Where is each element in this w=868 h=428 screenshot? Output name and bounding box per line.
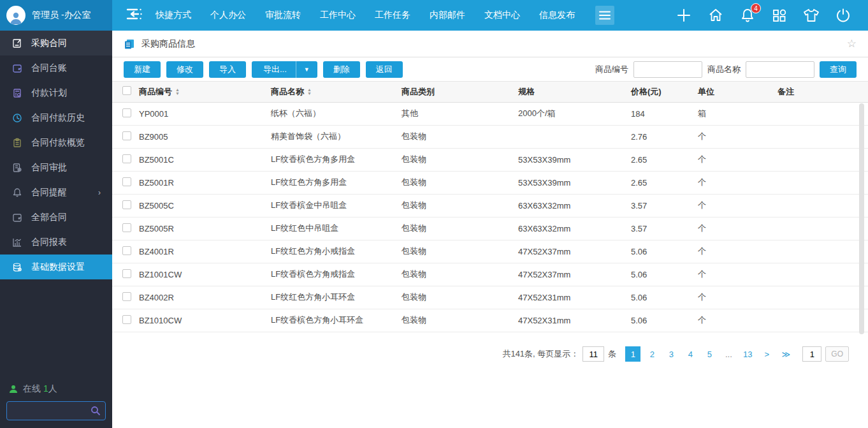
page-button-4[interactable]: 4	[683, 346, 698, 362]
delete-button[interactable]: 删除	[323, 61, 360, 78]
table-row[interactable]: BZ1010CW LF纹香槟色方角小耳环盒 包装物 47X52X31mm 5.0…	[112, 309, 868, 332]
notifications-bell-icon[interactable]: 4	[739, 7, 756, 24]
cell-spec: 47X52X37mm	[516, 240, 628, 263]
cell-spec: 47X52X37mm	[516, 263, 628, 286]
new-button[interactable]: 新建	[124, 61, 161, 78]
page-header: 采购商品信息 ☆	[112, 31, 868, 57]
sidebar-item-purchase-contract[interactable]: 采购合同	[0, 31, 112, 55]
user-area[interactable]: 管理员 -办公室	[0, 0, 112, 31]
cell-remark	[775, 148, 868, 171]
sort-icon[interactable]: ▲▼	[175, 88, 180, 96]
nav-item-approval-flow[interactable]: 审批流转	[265, 10, 301, 21]
cell-price: 3.57	[628, 194, 695, 217]
cell-spec: 47X52X31mm	[516, 309, 628, 332]
nav-item-work-tasks[interactable]: 工作任务	[375, 10, 410, 21]
sidebar-item-label: 采购合同	[31, 38, 67, 49]
cell-code: BZ4002R	[136, 286, 268, 309]
row-checkbox[interactable]	[122, 269, 131, 278]
cell-remark	[775, 194, 868, 217]
goto-page-input[interactable]	[802, 346, 821, 362]
nav-item-document-center[interactable]: 文档中心	[484, 10, 520, 21]
table-row[interactable]: BZ5005R LF纹红色中吊咀盒 包装物 63X63X32mm 3.57 个	[112, 217, 868, 240]
export-dropdown-button[interactable]: 导出... ▼	[252, 61, 317, 78]
cell-name: LF纹香槟金中吊咀盒	[268, 194, 399, 217]
sidebar-item-contract-reports[interactable]: 合同报表	[0, 230, 112, 255]
table-row[interactable]: YP0001 纸杯（六福） 其他 2000个/箱 184 箱	[112, 102, 868, 125]
product-code-input[interactable]	[633, 61, 702, 78]
table-row[interactable]: BZ4002R LF纹红色方角小耳环盒 包装物 47X52X31mm 5.06 …	[112, 286, 868, 309]
select-all-checkbox[interactable]	[122, 86, 131, 95]
cell-category: 包装物	[399, 125, 516, 148]
table-row[interactable]: BZ4001R LF纹红色方角小戒指盒 包装物 47X52X37mm 5.06 …	[112, 240, 868, 263]
row-checkbox[interactable]	[122, 154, 131, 163]
col-header-code[interactable]: 商品编号▲▼	[136, 82, 268, 102]
table-row[interactable]: BZ5005C LF纹香槟金中吊咀盒 包装物 63X63X32mm 3.57 个	[112, 194, 868, 217]
back-button[interactable]: 返回	[366, 61, 403, 78]
sidebar-item-contract-reminder[interactable]: 合同提醒 ›	[0, 180, 112, 205]
last-page-button[interactable]: ≫	[778, 346, 793, 362]
cell-unit: 个	[695, 217, 775, 240]
row-checkbox[interactable]	[122, 131, 131, 140]
page-size-input[interactable]	[582, 346, 604, 362]
col-header-name[interactable]: 商品名称▲▼	[268, 82, 399, 102]
page-button-3[interactable]: 3	[663, 346, 679, 362]
page-button-5[interactable]: 5	[702, 346, 717, 362]
sidebar-item-all-contracts[interactable]: 全部合同	[0, 205, 112, 230]
page-button-1[interactable]: 1	[625, 346, 640, 362]
next-page-button[interactable]: >	[759, 346, 774, 362]
sort-icon[interactable]: ▲▼	[307, 88, 312, 96]
sidebar-item-contract-approval[interactable]: 合同审批	[0, 155, 112, 180]
row-checkbox[interactable]	[122, 315, 131, 324]
power-logout-icon[interactable]	[835, 7, 851, 24]
sidebar-item-payment-overview[interactable]: 合同付款概览	[0, 130, 112, 155]
row-checkbox[interactable]	[122, 177, 131, 186]
product-code-label: 商品编号	[595, 64, 628, 75]
cell-remark	[775, 217, 868, 240]
page-size-unit: 条	[608, 348, 616, 360]
sidebar-item-payment-plan[interactable]: 付款计划	[0, 80, 112, 105]
page-button-13[interactable]: 13	[740, 346, 755, 362]
table-row[interactable]: BZ5001R LF纹红色方角多用盒 包装物 53X53X39mm 2.65 个	[112, 171, 868, 194]
edit-button[interactable]: 修改	[166, 61, 203, 78]
table-scrollbar[interactable]	[859, 103, 864, 334]
home-icon[interactable]	[707, 7, 724, 24]
nav-item-shortcuts[interactable]: 快捷方式	[156, 10, 191, 21]
row-checkbox[interactable]	[122, 246, 131, 255]
nav-item-info-publish[interactable]: 信息发布	[539, 10, 575, 21]
apps-grid-icon[interactable]	[771, 7, 788, 24]
product-name-input[interactable]	[746, 61, 814, 78]
page-button-2[interactable]: 2	[644, 346, 660, 362]
go-button[interactable]: GO	[825, 346, 849, 362]
cell-name: LF纹香槟色方角戒指盒	[268, 263, 399, 286]
row-checkbox[interactable]	[122, 200, 131, 209]
row-checkbox[interactable]	[122, 223, 131, 232]
collapse-menu-icon[interactable]	[126, 8, 143, 23]
sidebar-item-label: 付款计划	[31, 87, 67, 99]
wallet-icon	[11, 63, 22, 73]
import-button[interactable]: 导入	[209, 61, 246, 78]
online-user-icon	[9, 385, 18, 394]
favorite-star-icon[interactable]: ☆	[847, 37, 857, 50]
search-icon[interactable]	[90, 406, 101, 418]
more-menu-icon[interactable]	[595, 6, 614, 25]
add-icon[interactable]	[676, 7, 692, 24]
table-row[interactable]: BZ9005 精美首饰袋（六福） 包装物 2.76 个	[112, 125, 868, 148]
row-checkbox[interactable]	[122, 108, 131, 117]
cell-remark	[775, 286, 868, 309]
chevron-down-icon[interactable]: ▼	[296, 61, 317, 78]
nav-item-personal-office[interactable]: 个人办公	[210, 10, 246, 21]
sidebar-item-base-data-settings[interactable]: 基础数据设置	[0, 255, 112, 279]
query-button[interactable]: 查询	[820, 61, 857, 78]
theme-shirt-icon[interactable]	[803, 7, 820, 24]
cell-spec: 63X63X32mm	[516, 194, 628, 217]
sidebar-item-payment-history[interactable]: 合同付款历史	[0, 105, 112, 130]
nav-item-work-center[interactable]: 工作中心	[320, 10, 356, 21]
table-row[interactable]: BZ1001CW LF纹香槟色方角戒指盒 包装物 47X52X37mm 5.06…	[112, 263, 868, 286]
sidebar-item-contract-ledger[interactable]: 合同台账	[0, 55, 112, 80]
document-gear-icon	[11, 162, 22, 173]
nav-item-internal-mail[interactable]: 内部邮件	[430, 10, 465, 21]
row-checkbox[interactable]	[122, 292, 131, 301]
sidebar-item-label: 合同台账	[31, 63, 67, 74]
table-row[interactable]: BZ5001C LF纹香槟色方角多用盒 包装物 53X53X39mm 2.65 …	[112, 148, 868, 171]
cell-category: 包装物	[399, 171, 516, 194]
